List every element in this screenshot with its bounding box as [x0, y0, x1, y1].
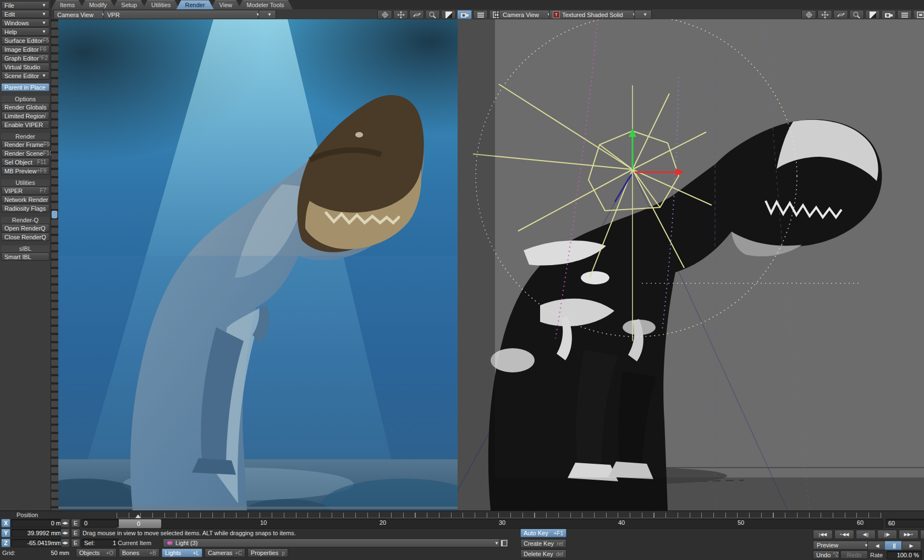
sidebar-item-smart-ibl[interactable]: Smart IBL [1, 252, 50, 261]
next-frame-button[interactable]: ||▶ [877, 530, 897, 539]
zoom-icon[interactable] [849, 10, 864, 19]
maximize-icon[interactable] [913, 10, 924, 19]
tab-render[interactable]: Render [177, 0, 214, 9]
preview-label: Preview [817, 542, 838, 548]
sidebar-item-surface-editor[interactable]: Surface EditorF5 [1, 36, 50, 45]
sidebar-item-radiosity-flags[interactable]: Radiosity Flags [1, 204, 50, 212]
x-position-field[interactable]: 0 m [11, 519, 64, 528]
item-panel-mini-button[interactable] [499, 539, 509, 547]
sidebar-item-render-globals[interactable]: Render Globals [1, 103, 50, 111]
rotate-icon[interactable] [833, 10, 848, 19]
lights-button[interactable]: Lights+L [162, 548, 202, 557]
x-stepper[interactable]: ◀▶ [61, 519, 70, 528]
menu-edit[interactable]: Edit▼ [1, 10, 50, 18]
viewport-bottom-scrollbar[interactable] [58, 507, 458, 509]
right-view-mode-dropdown[interactable]: Camera View▼ [499, 10, 555, 19]
camera-icon[interactable] [457, 10, 472, 19]
x-envelope-button[interactable]: E [71, 519, 80, 528]
timeline-ruler[interactable] [117, 513, 882, 518]
go-end-button[interactable]: ▶▶| [920, 530, 924, 539]
sidebar-item-close-renderq[interactable]: Close RenderQ [1, 233, 50, 241]
fit-icon[interactable] [865, 10, 880, 19]
selection-count-field[interactable]: Sel: 1 [81, 539, 119, 547]
sidebar-item-image-editor[interactable]: Image EditorF6 [1, 45, 50, 53]
chevron-down-icon: ▼ [639, 12, 647, 17]
y-position-field[interactable]: 39.9992 mm [11, 529, 64, 537]
z-stepper[interactable]: ◀▶ [61, 539, 70, 547]
sidebar-item-scene-editor[interactable]: Scene Editor▼ [1, 72, 50, 80]
play-forward-button[interactable]: ▶ [901, 541, 921, 550]
menu-windows[interactable]: Windows▼ [1, 19, 50, 27]
move-icon[interactable] [393, 10, 408, 19]
left-view-mode-dropdown[interactable]: Camera View▼ [53, 10, 109, 19]
shaded-viewport[interactable] [458, 19, 924, 510]
center-icon[interactable] [377, 10, 392, 19]
y-axis-button[interactable]: Y [1, 529, 10, 537]
prev-key-button[interactable]: +◀◀ [834, 530, 854, 539]
undo-button[interactable]: Undo^Z [813, 551, 839, 559]
tab-utilities[interactable]: Utilities [142, 0, 179, 9]
left-render-mode-label: VPR [107, 12, 120, 18]
sidebar-item-viper[interactable]: VIPERF7 [1, 186, 50, 195]
left-render-mode-dropdown[interactable]: VPR▼ [103, 10, 264, 19]
sidebar-item-render-scene[interactable]: Render SceneF10 [1, 149, 50, 157]
parent-in-place-button[interactable]: Parent in Place [1, 83, 50, 91]
tab-modeler-tools[interactable]: Modeler Tools [238, 0, 293, 9]
sidebar-item-open-renderq[interactable]: Open RenderQ [1, 224, 50, 232]
current-item-dropdown[interactable]: Light (3) ▼ [163, 539, 503, 547]
prev-frame-button[interactable]: ◀|| [856, 530, 876, 539]
zoom-icon[interactable] [425, 10, 440, 19]
bottom-panel: Position 102030405060 0 60 X 0 m ◀▶ E 0 … [0, 510, 924, 560]
tab-modify[interactable]: Modify [80, 0, 116, 9]
sidebar-item-virtual-studio[interactable]: Virtual Studio [1, 63, 50, 71]
sidebar-item-graph-editor[interactable]: Graph Editor^F2 [1, 54, 50, 62]
fit-icon[interactable] [441, 10, 456, 19]
properties-button[interactable]: Propertiesp [248, 548, 288, 557]
cameras-button[interactable]: Cameras+C [205, 548, 245, 557]
right-render-mode-dropdown[interactable]: T Textured Shaded Solid▼ [549, 10, 640, 19]
x-axis-button[interactable]: X [1, 519, 10, 528]
bones-button[interactable]: Bones+B [119, 548, 160, 557]
center-icon[interactable] [801, 10, 816, 19]
vpr-render-viewport[interactable] [51, 19, 458, 510]
y-stepper[interactable]: ◀▶ [61, 529, 70, 537]
sidebar-item-network-render[interactable]: Network Render [1, 195, 50, 204]
objects-button[interactable]: Objects+O [76, 548, 117, 557]
menu-help[interactable]: Help▼ [1, 28, 50, 36]
sidebar-item-enable-viper[interactable]: Enable VIPER [1, 120, 50, 129]
move-icon[interactable] [817, 10, 832, 19]
sidebar-item-label: Scene Editor [4, 73, 39, 79]
preview-dropdown[interactable]: Preview▼ [813, 541, 872, 550]
z-envelope-button[interactable]: E [71, 539, 80, 547]
shortcut-label: del [556, 551, 563, 557]
left-viewport-extra-dropdown[interactable]: ▼ [258, 10, 276, 19]
menu-icon[interactable] [473, 10, 488, 19]
tab-setup[interactable]: Setup [112, 0, 146, 9]
camera-icon[interactable] [881, 10, 896, 19]
tab-view[interactable]: View [211, 0, 241, 9]
delete-key-button[interactable]: Delete Keydel [520, 550, 566, 558]
sidebar-item-limited-region[interactable]: Limited Regionl [1, 112, 50, 120]
go-start-button[interactable]: |◀◀ [813, 530, 833, 539]
redo-button[interactable]: Redo [840, 551, 868, 559]
menu-file[interactable]: File▼ [1, 1, 50, 9]
item-button-label: Objects [79, 550, 100, 556]
sidebar-item-render-frame[interactable]: Render FrameF9 [1, 140, 50, 149]
create-key-button[interactable]: Create Keyret [520, 539, 566, 548]
rate-field[interactable]: 100.0 % [887, 551, 922, 559]
y-envelope-button[interactable]: E [71, 529, 80, 537]
right-viewport-extra-dropdown[interactable]: ▼ [634, 10, 652, 19]
rotate-icon[interactable] [409, 10, 424, 19]
z-axis-button[interactable]: Z [1, 539, 10, 547]
timeline-slider-handle[interactable]: 0 [116, 519, 162, 529]
sidebar-item-sel-object[interactable]: Sel ObjectF11 [1, 158, 50, 166]
right-viewport-toolbar [801, 10, 924, 19]
tab-items[interactable]: Items [51, 0, 84, 9]
sidebar-item-mb-preview[interactable]: MB Preview+F9 [1, 167, 50, 175]
menu-icon[interactable] [897, 10, 912, 19]
end-frame-field[interactable]: 60 [886, 519, 924, 528]
next-key-button[interactable]: ▶▶+ [899, 530, 919, 539]
frame-number-field[interactable]: 0 [81, 519, 119, 528]
z-position-field[interactable]: -65.0419mm [11, 539, 64, 547]
auto-key-button[interactable]: Auto Key+F1 [520, 529, 566, 537]
